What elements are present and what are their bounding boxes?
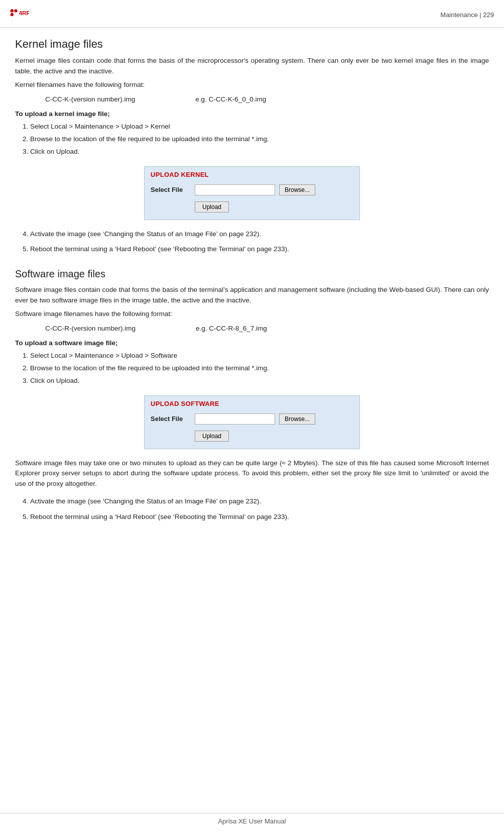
software-format-left: C-CC-R-(version number).img xyxy=(45,325,136,332)
kernel-format-right: e.g. C-CC-K-6_0_0.img xyxy=(195,95,266,103)
page-info: Maintenance | 229 xyxy=(440,11,494,19)
kernel-steps-list-cont: Activate the image (see ‘Changing the St… xyxy=(30,229,489,239)
kernel-upload-title: To upload a kernel image file; xyxy=(15,110,489,118)
software-select-file-label: Select File xyxy=(151,415,191,423)
software-para2: Software image filenames have the follow… xyxy=(15,309,489,320)
svg-point-2 xyxy=(11,13,14,16)
software-section-title: Software image files xyxy=(15,268,489,280)
software-step-1: Select Local > Maintenance > Upload > So… xyxy=(30,351,489,361)
kernel-step-5: Reboot the terminal using a ‘Hard Reboot… xyxy=(30,244,489,254)
software-file-input[interactable] xyxy=(195,413,275,425)
software-upload-title: To upload a software image file; xyxy=(15,339,489,347)
kernel-format-left: C-CC-K-(version number).img xyxy=(45,95,135,103)
kernel-step-4: Activate the image (see ‘Changing the St… xyxy=(30,229,489,239)
kernel-steps-list-cont2: Reboot the terminal using a ‘Hard Reboot… xyxy=(30,244,489,254)
kernel-select-file-label: Select File xyxy=(151,186,191,193)
logo-area: 4RF xyxy=(10,5,34,24)
footer-text: Aprisa XE User Manual xyxy=(218,817,286,825)
svg-point-1 xyxy=(14,9,17,12)
kernel-file-input[interactable] xyxy=(195,184,275,195)
kernel-steps-list: Select Local > Maintenance > Upload > Ke… xyxy=(30,122,489,157)
software-upload-submit-row: Upload xyxy=(145,427,359,442)
kernel-upload-box: UPLOAD KERNEL Select File Browse... Uplo… xyxy=(144,166,360,220)
software-steps-list-cont: Activate the image (see ‘Changing the St… xyxy=(30,496,489,506)
kernel-step-2: Browse to the location of the file requi… xyxy=(30,134,489,144)
software-browse-button[interactable]: Browse... xyxy=(279,413,315,425)
header: 4RF Maintenance | 229 xyxy=(0,0,504,28)
software-para1: Software image files contain code that f… xyxy=(15,285,489,306)
software-step-2: Browse to the location of the file requi… xyxy=(30,363,489,373)
kernel-browse-button[interactable]: Browse... xyxy=(279,184,315,195)
kernel-upload-box-title: UPLOAD KERNEL xyxy=(145,167,359,181)
svg-text:4RF: 4RF xyxy=(19,10,29,16)
page-footer: Aprisa XE User Manual xyxy=(0,813,504,825)
software-upload-box-wrapper: UPLOAD SOFTWARE Select File Browse... Up… xyxy=(15,395,489,449)
software-select-file-row: Select File Browse... xyxy=(145,410,359,427)
kernel-upload-button[interactable]: Upload xyxy=(195,201,229,213)
software-step-4: Activate the image (see ‘Changing the St… xyxy=(30,496,489,506)
software-note: Software image files may take one or two… xyxy=(15,458,489,490)
svg-point-0 xyxy=(11,9,14,12)
software-format-line: C-CC-R-(version number).img e.g. C-CC-R-… xyxy=(45,325,489,332)
kernel-para1: Kernel image files contain code that for… xyxy=(15,56,489,77)
company-logo: 4RF xyxy=(10,5,29,24)
kernel-select-file-row: Select File Browse... xyxy=(145,181,359,197)
kernel-format-line: C-CC-K-(version number).img e.g. C-CC-K-… xyxy=(45,95,489,103)
software-steps-list: Select Local > Maintenance > Upload > So… xyxy=(30,351,489,386)
kernel-para2: Kernel filenames have the following form… xyxy=(15,80,489,90)
software-upload-box-title: UPLOAD SOFTWARE xyxy=(145,396,359,410)
kernel-step-1: Select Local > Maintenance > Upload > Ke… xyxy=(30,122,489,132)
software-upload-button[interactable]: Upload xyxy=(195,431,229,442)
kernel-section-title: Kernel image files xyxy=(15,38,489,51)
main-content: Kernel image files Kernel image files co… xyxy=(0,28,504,547)
software-step-3: Click on Upload. xyxy=(30,376,489,386)
kernel-upload-box-wrapper: UPLOAD KERNEL Select File Browse... Uplo… xyxy=(15,166,489,220)
software-step-5: Reboot the terminal using a ‘Hard Reboot… xyxy=(30,512,489,522)
software-format-right: e.g. C-CC-R-8_6_7.img xyxy=(196,325,267,332)
kernel-upload-submit-row: Upload xyxy=(145,197,359,213)
kernel-step-3: Click on Upload. xyxy=(30,147,489,157)
software-upload-box: UPLOAD SOFTWARE Select File Browse... Up… xyxy=(144,395,360,449)
software-steps-list-cont2: Reboot the terminal using a ‘Hard Reboot… xyxy=(30,512,489,522)
